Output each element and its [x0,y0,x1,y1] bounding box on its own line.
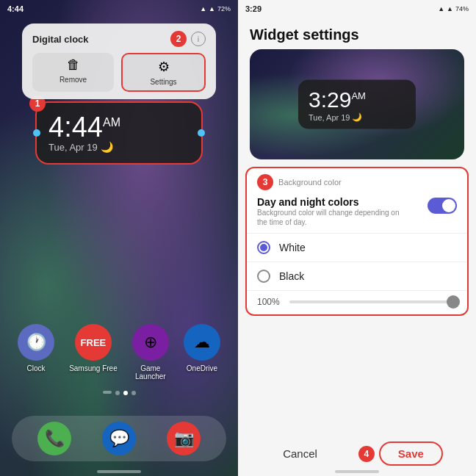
battery-icon: 72% [217,5,231,12]
dock-phone[interactable]: 📞 [37,422,71,455]
info-icon[interactable]: i [191,32,206,46]
app-clock[interactable]: 🕐 Clock [18,324,54,381]
popup-header: Digital clock 2 i [32,31,206,47]
remove-action[interactable]: 🗑 Remove [32,53,114,92]
clock-app-icon: 🕐 [18,324,54,361]
clock-app-label: Clock [27,364,46,372]
status-icons-right: ▲ ▲ 74% [438,5,469,12]
dock: 📞 💬 📷 [12,416,226,461]
widget-handle-left[interactable] [33,129,40,137]
status-bar-left: 4:44 ▲ ▲ 72% [0,0,238,18]
page-indicator [0,391,238,395]
battery-icon-r: 74% [455,5,469,12]
settings-action[interactable]: ⚙ Settings [121,53,206,92]
samsung-free-icon: FREE [75,324,112,361]
moon-icon: 🌙 [101,141,113,153]
apps-row: 🕐 Clock FREE Samsung Free ⊕ GameLauncher… [0,324,238,381]
step-badge-4: 4 [358,446,375,462]
save-button[interactable]: Save [379,441,443,466]
day-night-row: Day and night colors Background color wi… [247,190,467,234]
preview-area: 3:29AM Tue, Apr 19 🌙 [250,49,464,159]
preview-moon-icon: 🌙 [352,112,362,122]
widget-date: Tue, Apr 19 🌙 [48,141,190,153]
white-color-option[interactable]: White [247,234,467,262]
home-indicator-left [97,470,141,473]
white-radio[interactable] [257,241,270,254]
settings-label: Settings [150,78,176,86]
onedrive-label: OneDrive [187,364,217,372]
widget-settings-title: Widget settings [238,18,476,49]
right-phone-panel: 3:29 ▲ ▲ 74% Widget settings 3:29AM Tue,… [238,0,476,476]
day-night-toggle[interactable] [428,198,457,214]
status-icons-left: ▲ ▲ 72% [200,5,231,12]
dock-camera[interactable]: 📷 [167,422,201,455]
preview-date: Tue, Apr 19 🌙 [309,112,405,122]
game-launcher-label: GameLauncher [135,364,166,381]
clock-popup: Digital clock 2 i 🗑 Remove ⚙ Settings [22,24,216,99]
dot-1 [115,391,120,395]
white-label: White [279,242,306,253]
day-night-title: Day and night colors [257,196,404,208]
popup-title: Digital clock [32,34,89,45]
status-bar-right: 3:29 ▲ ▲ 74% [238,0,476,18]
dot-3 [131,391,136,395]
remove-label: Remove [60,76,87,84]
app-game-launcher[interactable]: ⊕ GameLauncher [132,324,169,381]
preview-clock-widget: 3:29AM Tue, Apr 19 🌙 [298,80,416,129]
dot-2 [123,391,128,395]
preview-time: 3:29AM [309,87,405,112]
wifi-icon: ▲ [200,5,206,12]
cancel-button[interactable]: Cancel [271,441,329,466]
slider-thumb[interactable] [447,295,460,309]
dot-lines [103,391,112,394]
black-label: Black [279,270,304,282]
left-phone-panel: 4:44 ▲ ▲ 72% Digital clock 2 i 🗑 Remove … [0,0,238,476]
day-night-text: Day and night colors Background color wi… [257,196,404,227]
gear-icon: ⚙ [158,59,170,75]
right-content: Widget settings 3:29AM Tue, Apr 19 🌙 3 B… [238,18,476,476]
onedrive-icon: ☁ [184,324,220,361]
white-radio-inner [260,244,267,251]
clock-widget[interactable]: 1 4:44AM Tue, Apr 19 🌙 [35,101,203,165]
home-indicator-right [335,470,379,473]
dock-messages[interactable]: 💬 [102,422,136,455]
app-onedrive[interactable]: ☁ OneDrive [184,324,220,381]
signal-icon-r: ▲ [447,5,453,12]
opacity-row: 100% [247,291,467,314]
popup-actions: 🗑 Remove ⚙ Settings [32,53,206,92]
status-time-left: 4:44 [7,4,24,13]
day-night-subtitle: Background color will change depending o… [257,208,404,227]
widget-time: 4:44AM [48,113,190,141]
trash-icon: 🗑 [67,57,80,73]
black-radio[interactable] [257,270,270,283]
status-time-right: 3:29 [245,4,262,13]
footer-buttons: Cancel 4 Save [238,441,476,466]
step-badge-2: 2 [170,31,187,47]
black-color-option[interactable]: Black [247,262,467,291]
opacity-label: 100% [257,297,284,307]
samsung-free-label: Samsung Free [69,364,118,372]
wifi-icon-r: ▲ [438,5,444,12]
widget-handle-right[interactable] [198,129,205,137]
section-label: 3 Background color [247,168,467,190]
game-launcher-icon: ⊕ [132,324,169,361]
settings-section: 3 Background color Day and night colors … [245,167,469,316]
opacity-slider[interactable] [289,300,457,303]
signal-icon: ▲ [209,5,215,12]
step-badge-3: 3 [257,174,273,190]
app-samsung-free[interactable]: FREE Samsung Free [69,324,118,381]
